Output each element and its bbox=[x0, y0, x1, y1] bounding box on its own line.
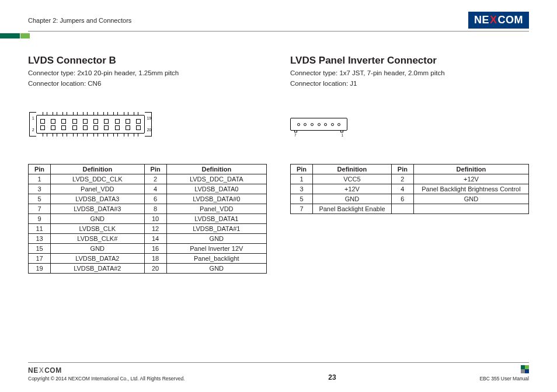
lvds-b-type: Connector type: 2x10 20-pin header, 1.25… bbox=[28, 69, 267, 78]
pin-cell: 18 bbox=[144, 254, 166, 264]
pin-cell: 15 bbox=[29, 244, 51, 254]
pin-cell: 3 bbox=[29, 184, 51, 194]
th-def: Definition bbox=[51, 164, 145, 174]
pin-label-1: 1 bbox=[341, 133, 343, 137]
chapter-title: Chapter 2: Jumpers and Connectors bbox=[28, 17, 131, 24]
definition-cell: LVDSB_CLK bbox=[51, 224, 145, 234]
manual-title: EBC 355 User Manual bbox=[479, 376, 529, 382]
table-row: 3Panel_VDD4LVDSB_DATA0 bbox=[29, 184, 267, 194]
logo-post: COM bbox=[498, 14, 524, 26]
pin-cell: 13 bbox=[29, 234, 51, 244]
page-number: 23 bbox=[328, 373, 336, 382]
th-pin: Pin bbox=[291, 164, 313, 174]
definition-cell: +12V bbox=[313, 184, 392, 194]
pin-label-7: 7 bbox=[294, 133, 297, 137]
definition-cell: GND bbox=[413, 194, 528, 204]
lvds-b-title: LVDS Connector B bbox=[28, 55, 267, 66]
pin-cell: 20 bbox=[144, 264, 166, 274]
th-pin: Pin bbox=[29, 164, 51, 174]
pin-cell: 9 bbox=[29, 214, 51, 224]
pin-cell: 11 bbox=[29, 224, 51, 234]
definition-cell: Panel Backlight Enable bbox=[313, 204, 392, 214]
pin-cell: 10 bbox=[144, 214, 166, 224]
th-def: Definition bbox=[166, 164, 266, 174]
pin-cell: 1 bbox=[291, 174, 313, 184]
definition-cell: LVDSB_CLK# bbox=[51, 234, 145, 244]
logo-pre: NE bbox=[474, 14, 489, 26]
pin-cell: 1 bbox=[29, 174, 51, 184]
definition-cell: LVDS_DDC_CLK bbox=[51, 174, 145, 184]
left-column: LVDS Connector B Connector type: 2x10 20… bbox=[28, 55, 267, 274]
pin-cell: 2 bbox=[144, 174, 166, 184]
definition-cell: VCC5 bbox=[313, 174, 392, 184]
pin-cell: 16 bbox=[144, 244, 166, 254]
corner-squares-icon bbox=[521, 365, 529, 373]
definition-cell: Panel Backlight Brightness Control bbox=[413, 184, 528, 194]
definition-cell: LVDSB_DATA2 bbox=[51, 254, 145, 264]
definition-cell: Panel_VDD bbox=[166, 204, 266, 214]
th-def: Definition bbox=[313, 164, 392, 174]
pin-cell: 14 bbox=[144, 234, 166, 244]
table-row: 5LVDSB_DATA36LVDSB_DATA#0 bbox=[29, 194, 267, 204]
definition-cell: LVDSB_DATA0 bbox=[166, 184, 266, 194]
nexcom-logo: NEXCOM bbox=[468, 12, 529, 29]
definition-cell: GND bbox=[166, 234, 266, 244]
inverter-pin-table: Pin Definition Pin Definition 1VCC52+12V… bbox=[290, 164, 529, 214]
definition-cell: +12V bbox=[413, 174, 528, 184]
inverter-title: LVDS Panel Inverter Connector bbox=[290, 55, 529, 66]
definition-cell: Panel Inverter 12V bbox=[166, 244, 266, 254]
pin-cell: 19 bbox=[29, 264, 51, 274]
pin-label-20: 20 bbox=[147, 128, 151, 132]
pin-cell: 6 bbox=[144, 194, 166, 204]
table-row: 11LVDSB_CLK12LVDSB_DATA#1 bbox=[29, 224, 267, 234]
definition-cell: Panel_VDD bbox=[51, 184, 145, 194]
lvds-b-pin-table: Pin Definition Pin Definition 1LVDS_DDC_… bbox=[28, 164, 267, 274]
pin-cell: 4 bbox=[144, 184, 166, 194]
pin-label-1: 1 bbox=[32, 117, 34, 121]
pin-label-2: 2 bbox=[32, 128, 34, 132]
pin-cell: 5 bbox=[29, 194, 51, 204]
pin-label-19: 19 bbox=[147, 117, 151, 121]
jst-connector-diagram: 7 1 bbox=[290, 118, 347, 131]
pin-cell: 4 bbox=[391, 184, 413, 194]
lvds-b-connector-diagram: 1 2 19 20 bbox=[36, 115, 145, 134]
right-column: LVDS Panel Inverter Connector Connector … bbox=[290, 55, 529, 274]
definition-cell: GND bbox=[166, 264, 266, 274]
table-row: 15GND16Panel Inverter 12V bbox=[29, 244, 267, 254]
pin-cell: 8 bbox=[144, 204, 166, 214]
definition-cell: LVDSB_DATA3 bbox=[51, 194, 145, 204]
inverter-location: Connector location: J1 bbox=[290, 79, 529, 89]
pin-cell: 12 bbox=[144, 224, 166, 234]
page-footer: NEXCOM Copyright © 2014 NEXCOM Internati… bbox=[28, 362, 529, 382]
table-row: 19LVDSB_DATA#220GND bbox=[29, 264, 267, 274]
th-pin: Pin bbox=[391, 164, 413, 174]
th-def: Definition bbox=[413, 164, 528, 174]
accent-bar bbox=[0, 33, 529, 38]
logo-x-icon: X bbox=[490, 14, 497, 26]
definition-cell bbox=[413, 204, 528, 214]
definition-cell: LVDSB_DATA#2 bbox=[51, 264, 145, 274]
pin-cell: 3 bbox=[291, 184, 313, 194]
pin-cell bbox=[391, 204, 413, 214]
table-row: 7Panel Backlight Enable bbox=[291, 204, 529, 214]
pin-cell: 6 bbox=[391, 194, 413, 204]
th-pin: Pin bbox=[144, 164, 166, 174]
definition-cell: GND bbox=[51, 214, 145, 224]
definition-cell: LVDS_DDC_DATA bbox=[166, 174, 266, 184]
definition-cell: LVDSB_DATA1 bbox=[166, 214, 266, 224]
definition-cell: GND bbox=[51, 244, 145, 254]
lvds-b-location: Connector location: CN6 bbox=[28, 79, 267, 89]
footer-logo: NEXCOM bbox=[28, 366, 62, 374]
inverter-type: Connector type: 1x7 JST, 7-pin header, 2… bbox=[290, 69, 529, 78]
page-header: Chapter 2: Jumpers and Connectors NEXCOM bbox=[28, 12, 529, 32]
definition-cell: LVDSB_DATA#0 bbox=[166, 194, 266, 204]
table-row: 1LVDS_DDC_CLK2LVDS_DDC_DATA bbox=[29, 174, 267, 184]
definition-cell: LVDSB_DATA#1 bbox=[166, 224, 266, 234]
table-row: 13LVDSB_CLK#14GND bbox=[29, 234, 267, 244]
logo-x-icon: X bbox=[39, 366, 44, 374]
definition-cell: LVDSB_DATA#3 bbox=[51, 204, 145, 214]
table-row: 17LVDSB_DATA218Panel_backlight bbox=[29, 254, 267, 264]
table-row: 7LVDSB_DATA#38Panel_VDD bbox=[29, 204, 267, 214]
pin-cell: 2 bbox=[391, 174, 413, 184]
definition-cell: Panel_backlight bbox=[166, 254, 266, 264]
